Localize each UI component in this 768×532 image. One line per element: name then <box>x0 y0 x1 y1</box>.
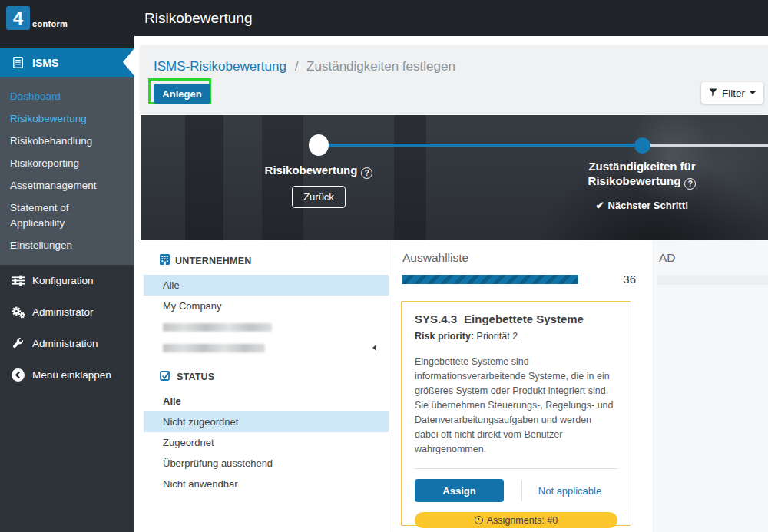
question-circle-icon[interactable]: ? <box>361 167 372 179</box>
stepper-track-completed <box>319 144 642 147</box>
check-icon: ✔ <box>596 200 604 211</box>
app-window: 4 conform ISMS Dashboard Risikobewertung… <box>0 0 768 532</box>
unternehmen-item-redacted-1[interactable] <box>144 316 389 337</box>
status-item-nicht-anwendbar[interactable]: Nicht anwendbar <box>144 474 389 494</box>
unternehmen-list: Alle My Company <box>144 275 389 358</box>
redacted-company-name <box>163 323 272 332</box>
status-list: Alle Nicht zugeordnet Zugeordnet Überprü… <box>144 391 389 494</box>
sidebar-bottom-menu: Konfiguration Administrator Administrati… <box>0 265 134 532</box>
stepper-step2: Zuständigkeiten für Risikobewertung? ✔Nä… <box>565 159 719 211</box>
card-divider <box>415 468 617 469</box>
funnel-icon <box>709 88 717 99</box>
question-circle-icon[interactable]: ? <box>684 178 696 190</box>
wrench-icon <box>10 337 25 349</box>
unternehmen-section-title: UNTERNEHMEN <box>175 256 251 266</box>
breadcrumb-current: Zuständigkeiten festlegen <box>306 59 455 74</box>
sidebar-item-dashboard[interactable]: Dashboard <box>10 89 124 104</box>
collapse-triangle-icon[interactable] <box>372 345 376 351</box>
sidebar-item-soa[interactable]: Statement of Applicability <box>10 200 124 231</box>
content-area: ISMS-Risikobewertung / Zuständigkeiten f… <box>134 36 768 532</box>
stepper-node-step2[interactable] <box>634 137 650 154</box>
stepper-banner: Risikobewertung? Zurück Zuständigkeiten … <box>141 115 768 240</box>
right-progress-track <box>657 275 768 285</box>
step1-title: Risikobewertung <box>265 164 358 177</box>
sliders-icon <box>10 275 25 286</box>
anlegen-button[interactable]: Anlegen <box>154 84 210 104</box>
sidebar-item-label: Administrator <box>32 306 94 318</box>
sidebar-item-konfiguration[interactable]: Konfiguration <box>10 273 134 288</box>
right-column-panel: AD <box>653 240 768 532</box>
sidebar: 4 conform ISMS Dashboard Risikobewertung… <box>0 0 134 532</box>
app-logo[interactable]: 4 conform <box>0 0 134 30</box>
page-header: Risikobewertung <box>134 0 768 36</box>
sidebar-item-risikobewertung[interactable]: Risikobewertung <box>10 111 124 127</box>
risk-card-title: SYS.4.3Eingebettete Systeme <box>415 312 617 325</box>
zurueck-button[interactable]: Zurück <box>292 186 346 208</box>
page-title: Risikobewertung <box>144 10 252 27</box>
sidebar-item-label: Menü einklappen <box>32 369 111 381</box>
filter-panel: UNTERNEHMEN Alle My Company STATUS Alle <box>134 240 389 532</box>
redacted-company-name <box>163 344 265 352</box>
gears-icon <box>10 306 25 319</box>
selection-count: 36 <box>623 273 636 286</box>
selection-list-title: Auswahlliste <box>402 251 468 265</box>
panels-row: UNTERNEHMEN Alle My Company STATUS Alle <box>134 240 768 532</box>
status-section-title: STATUS <box>177 372 214 382</box>
sidebar-item-label: Administration <box>32 338 98 349</box>
stepper-node-step1[interactable] <box>309 134 329 156</box>
filter-button[interactable]: Filter <box>701 82 763 104</box>
selection-list-panel: Auswahlliste 36 SYS.4.3Eingebettete Syst… <box>389 240 653 532</box>
sidebar-item-assetmanagement[interactable]: Assetmanagement <box>10 178 124 193</box>
status-item-zugeordnet[interactable]: Zugeordnet <box>144 432 389 453</box>
checkbox-checked-icon <box>160 370 171 383</box>
assignments-badge: Assignments: #0 <box>415 512 617 528</box>
breadcrumb-parent-link[interactable]: ISMS-Risikobewertung <box>154 59 286 74</box>
selection-progress-bar <box>402 275 578 284</box>
clock-icon <box>475 516 483 524</box>
stepper-track-upcoming <box>642 144 768 147</box>
unternehmen-section-header: UNTERNEHMEN <box>160 254 389 267</box>
status-item-alle[interactable]: Alle <box>144 391 389 411</box>
assignments-badge-label: Assignments: #0 <box>487 515 558 526</box>
sidebar-item-menu-collapse[interactable]: Menü einklappen <box>10 367 134 382</box>
filter-button-label: Filter <box>722 88 745 99</box>
breadcrumb-toolbar-card: ISMS-Risikobewertung / Zuständigkeiten f… <box>141 45 768 113</box>
sidebar-item-label: ISMS <box>32 57 58 69</box>
building-icon <box>160 254 170 267</box>
status-item-ueberpruefung[interactable]: Überprüfung ausstehend <box>144 453 389 474</box>
arrow-left-circle-icon <box>10 368 25 382</box>
next-step-hint: ✔Nächster Schritt! <box>565 200 719 211</box>
risk-priority-line: Risk priority: Priorität 2 <box>415 331 617 342</box>
sidebar-item-isms[interactable]: ISMS <box>0 48 134 77</box>
risk-card-name: Eingebettete Systeme <box>464 312 584 325</box>
sidebar-item-einstellungen[interactable]: Einstellungen <box>10 238 124 253</box>
risk-card: SYS.4.3Eingebettete Systeme Risk priorit… <box>401 301 631 526</box>
sidebar-item-risikobehandlung[interactable]: Risikobehandlung <box>10 134 124 149</box>
document-icon <box>10 57 25 68</box>
isms-submenu: Dashboard Risikobewertung Risikobehandlu… <box>0 77 134 265</box>
risk-priority-label: Risk priority: <box>415 331 474 342</box>
not-applicable-link[interactable]: Not applicable <box>522 485 617 497</box>
unternehmen-item-my-company[interactable]: My Company <box>144 296 389 316</box>
card-actions: Assign Not applicable <box>415 479 617 502</box>
sidebar-item-administration[interactable]: Administration <box>10 335 134 351</box>
right-column-title: AD <box>659 251 676 265</box>
active-section-arrow <box>123 48 134 76</box>
stepper-step1: Risikobewertung? Zurück <box>242 163 396 208</box>
logo-text: conform <box>32 19 68 28</box>
step2-title-line2: Risikobewertung <box>588 174 681 187</box>
breadcrumb-separator: / <box>295 59 299 74</box>
sidebar-item-risikoreporting[interactable]: Risikoreporting <box>10 156 124 171</box>
assign-button[interactable]: Assign <box>415 479 504 502</box>
risk-card-code: SYS.4.3 <box>415 312 457 325</box>
risk-priority-value: Priorität 2 <box>477 331 518 342</box>
unternehmen-item-alle[interactable]: Alle <box>144 275 389 296</box>
status-item-nicht-zugeordnet[interactable]: Nicht zugeordnet <box>144 411 389 432</box>
unternehmen-item-redacted-2[interactable] <box>144 337 389 358</box>
step2-title-line1: Zuständigkeiten für <box>565 159 719 173</box>
status-section-header: STATUS <box>160 370 389 383</box>
logo-icon: 4 <box>6 6 30 30</box>
next-step-hint-label: Nächster Schritt! <box>608 200 689 211</box>
annotation-highlight-box: Anlegen <box>148 78 211 104</box>
sidebar-item-administrator[interactable]: Administrator <box>10 304 134 319</box>
